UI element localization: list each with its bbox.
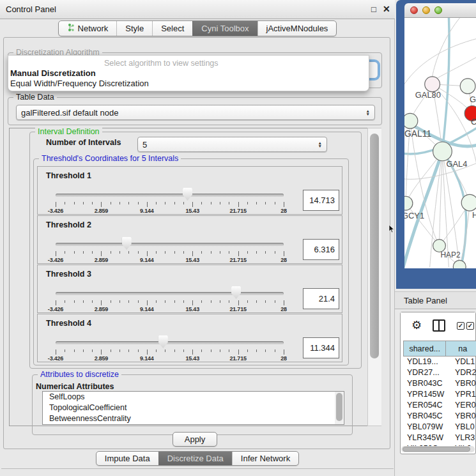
minimize-traffic-light-icon[interactable] — [422, 6, 430, 14]
float-window-icon[interactable]: □ — [371, 4, 376, 14]
attribute-item-selfloops[interactable]: SelfLoops — [43, 392, 344, 403]
column-header-na[interactable]: na — [446, 341, 476, 357]
number-of-intervals-combobox[interactable]: 5 ▲▼ — [137, 137, 327, 152]
table-horizontal-scrollbar[interactable] — [401, 446, 475, 452]
threshold-2-slider-thumb[interactable] — [122, 237, 132, 250]
stepper-arrows-icon: ▲▼ — [314, 141, 322, 148]
table-cell[interactable]: YBR045C — [403, 411, 452, 422]
mouse-cursor — [388, 225, 395, 233]
attribute-item-betweennesscentrality[interactable]: BetweennessCentrality — [43, 413, 344, 424]
table-cell[interactable]: YER054C — [403, 400, 452, 411]
table-row[interactable]: YBR045CYBR0 — [403, 411, 476, 422]
close-icon[interactable]: ✕ — [383, 4, 390, 14]
algorithm-prompt-item[interactable]: Select algorithm to view settings — [104, 59, 219, 68]
network-node-hi[interactable] — [461, 194, 476, 211]
table-cell[interactable]: YPR1 — [452, 389, 476, 400]
table-cell[interactable]: YLR3 — [452, 433, 476, 443]
apply-button[interactable]: Apply — [173, 432, 217, 447]
numerical-attributes-list[interactable]: SelfLoopsTopologicalCoefficientBetweenne… — [42, 391, 344, 425]
algorithm-option-manual[interactable]: Manual Discretization — [10, 68, 96, 78]
table-cell[interactable]: YLR345W — [403, 433, 452, 443]
tab-style[interactable]: Style — [116, 21, 152, 36]
close-traffic-light-icon[interactable] — [410, 6, 418, 14]
table-cell[interactable]: YDL1 — [452, 357, 476, 367]
threshold-2-panel: Threshold 2-3.4262.8599.14415.4321.71528… — [37, 215, 342, 264]
settings-scrollbar-thumb[interactable] — [370, 134, 379, 358]
table-row[interactable]: YBR043CYBR0 — [403, 378, 476, 389]
threshold-3-slider[interactable]: -3.4262.8599.14415.4321.71528 — [56, 284, 288, 311]
table-cell[interactable]: YDR27... — [403, 367, 452, 378]
table-cell[interactable]: YBL0 — [452, 422, 476, 433]
table-data-combobox[interactable]: galFiltered.sif default node ▲▼ — [16, 105, 375, 120]
threshold-3-slider-thumb[interactable] — [231, 286, 241, 299]
network-node-ga[interactable] — [460, 79, 475, 94]
tab-network[interactable]: Network — [59, 21, 117, 36]
table-row[interactable]: YBL079WYBL0 — [403, 422, 476, 433]
attributes-scrollbar[interactable] — [335, 392, 343, 424]
threshold-1-label: Threshold 1 — [46, 171, 91, 180]
table-row[interactable]: YDR27...YDR2 — [403, 367, 476, 378]
checkbox-icon-1[interactable]: ✓ — [457, 322, 464, 330]
slider-track[interactable] — [56, 194, 284, 197]
threshold-4-slider[interactable]: -3.4262.8599.14415.4321.71528 — [56, 334, 288, 360]
zoom-traffic-light-icon[interactable] — [434, 6, 442, 14]
tab-impute-data[interactable]: Impute Data — [96, 452, 158, 465]
table-cell[interactable]: YBR0 — [452, 378, 476, 389]
tab-infer-network[interactable]: Infer Network — [232, 452, 298, 465]
tab-cyni-toolbox[interactable]: Cyni Toolbox — [192, 21, 257, 36]
attribute-item-topologicalcoefficient[interactable]: TopologicalCoefficient — [43, 403, 344, 413]
column-header-shared[interactable]: shared... — [403, 341, 446, 357]
threshold-2-slider[interactable]: -3.4262.8599.14415.4321.71528 — [56, 235, 288, 262]
table-cell[interactable]: YBR0 — [452, 411, 476, 422]
network-view-window[interactable]: GAL80GACYGAL11GAL4GCY1HIHAP2 — [396, 0, 476, 289]
network-node-gal11[interactable] — [404, 113, 418, 128]
slider-ticks — [56, 202, 284, 208]
tab-label: jActiveMNodules — [266, 24, 328, 33]
node-label-gcy1: GCY1 — [404, 211, 424, 220]
network-node-gcy1[interactable] — [404, 196, 413, 210]
tab-select[interactable]: Select — [152, 21, 192, 36]
table-cell[interactable]: YBL079W — [403, 422, 452, 433]
table-cell[interactable]: YPR145W — [403, 389, 452, 400]
attributes-scrollbar-thumb[interactable] — [336, 393, 342, 421]
slider-track[interactable] — [56, 243, 284, 246]
threshold-2-value-field[interactable]: 6.316 — [303, 239, 339, 260]
checkbox-icon-2[interactable]: ✓ — [466, 322, 474, 330]
threshold-4-slider-thumb[interactable] — [158, 335, 168, 348]
table-row[interactable]: YER054CYER0 — [403, 400, 476, 411]
threshold-3-value-field[interactable]: 21.4 — [303, 288, 339, 309]
table-cell[interactable]: YER0 — [452, 400, 476, 411]
network-node[interactable] — [453, 260, 466, 268]
slider-track[interactable] — [56, 341, 284, 344]
gear-icon[interactable]: ⚙ — [411, 318, 422, 332]
table-cell[interactable]: YDL19... — [403, 357, 452, 367]
slider-track[interactable] — [56, 292, 284, 295]
threshold-4-label: Threshold 4 — [46, 319, 91, 328]
tab-jactivemnodules[interactable]: jActiveMNodules — [257, 21, 337, 36]
network-canvas[interactable]: GAL80GACYGAL11GAL4GCY1HIHAP2 — [404, 18, 476, 268]
network-icon — [67, 23, 75, 34]
top-tab-bar: NetworkStyleSelectCyni ToolboxjActiveMNo… — [0, 20, 395, 36]
split-columns-icon[interactable] — [433, 319, 445, 332]
node-label-cy: CY — [471, 117, 476, 127]
algorithm-option-equal-width[interactable]: Equal Width/Frequency Discretization — [10, 79, 149, 88]
node-label-gal80: GAL80 — [415, 90, 441, 100]
table-cell[interactable]: YBR043C — [403, 378, 452, 389]
threshold-1-slider-thumb[interactable] — [183, 188, 192, 201]
table-row[interactable]: YPR145WYPR1 — [403, 389, 476, 400]
settings-vertical-scrollbar[interactable] — [367, 128, 381, 426]
node-label-hap2: HAP2 — [440, 250, 460, 259]
threshold-3-label: Threshold 3 — [46, 270, 91, 279]
tab-discretize-data[interactable]: Discretize Data — [158, 452, 232, 465]
threshold-1-slider[interactable]: -3.4262.8599.14415.4321.71528 — [56, 186, 288, 213]
threshold-4-value-field[interactable]: 11.344 — [303, 337, 339, 358]
table-row[interactable]: YLR345WYLR3 — [403, 433, 476, 443]
table-hscrollbar-thumb[interactable] — [403, 447, 470, 452]
network-window-titlebar[interactable] — [404, 3, 476, 18]
network-node-gal4[interactable] — [433, 142, 452, 161]
table-cell[interactable]: YDR2 — [452, 367, 476, 378]
table-panel-title: Table Panel — [404, 296, 447, 305]
node-label-hi: HI — [472, 210, 476, 220]
threshold-1-value-field[interactable]: 14.713 — [303, 190, 339, 211]
table-row[interactable]: YDL19...YDL1 — [403, 357, 476, 367]
